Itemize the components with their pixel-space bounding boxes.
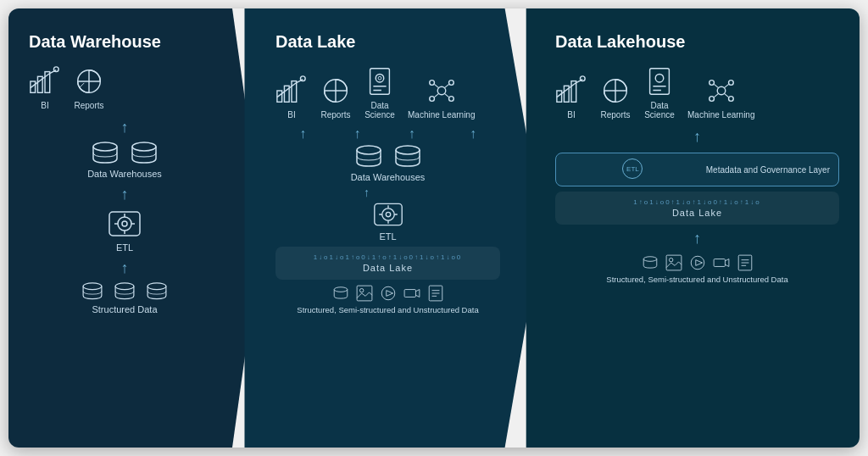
lake-storage: [275, 145, 500, 169]
lake-source-icons: [275, 285, 500, 302]
lake-ml-label: Machine Learning: [408, 110, 476, 120]
lakehouse-bi-icon: BI: [555, 75, 587, 120]
lake-bi-label: BI: [287, 110, 295, 120]
lake-source-label: Structured, Semi-structured and Unstruct…: [275, 305, 500, 314]
lake-top-icons: BI Reports: [275, 65, 500, 120]
warehouse-reports-label: Reports: [74, 101, 103, 110]
lake-etl-label: ETL: [370, 231, 407, 242]
svg-point-15: [83, 283, 102, 290]
svg-rect-79: [714, 259, 725, 267]
lake-lake-label: Data Lake: [281, 263, 495, 273]
lake-science-label: DataScience: [364, 101, 395, 120]
warehouse-bi-icon: BI: [29, 65, 61, 110]
svg-point-48: [359, 288, 363, 292]
lakehouse-science-icon: DataScience: [643, 65, 676, 120]
svg-point-30: [448, 81, 453, 86]
svg-line-33: [434, 84, 439, 88]
svg-point-76: [669, 258, 672, 261]
svg-point-14: [122, 221, 127, 226]
diagram-container: Data Warehouse BI: [8, 8, 860, 448]
lake-storage-label: Data Warehouses: [275, 172, 500, 182]
lakehouse-source-label: Structured, Semi-structured and Unstruct…: [555, 275, 839, 284]
svg-point-40: [381, 209, 393, 220]
lakehouse-arrow-1: ↑: [555, 128, 839, 146]
svg-point-45: [386, 212, 390, 216]
warehouse-panel: Data Warehouse BI: [8, 8, 263, 448]
lakehouse-panel: Data Lakehouse BI: [509, 8, 860, 448]
svg-line-72: [714, 93, 719, 97]
svg-line-71: [724, 84, 729, 88]
svg-point-7: [132, 142, 156, 151]
lake-etl-section: ↑ ETL: [275, 186, 500, 245]
warehouse-arrow-1: ↑: [29, 119, 220, 136]
warehouse-etl: ETL: [29, 207, 220, 256]
svg-point-32: [448, 97, 453, 102]
lakehouse-metadata-row: ETL Metadata and Governance Layer: [565, 158, 830, 181]
lakehouse-reports-label: Reports: [600, 110, 630, 120]
warehouse-arrow-2: ↑: [29, 186, 220, 203]
svg-line-73: [724, 93, 729, 97]
lakehouse-metadata-label: Metadata and Governance Layer: [706, 165, 830, 175]
svg-point-21: [300, 76, 305, 81]
svg-line-34: [444, 84, 449, 88]
lakehouse-science-label: DataScience: [644, 101, 675, 120]
svg-point-66: [709, 81, 715, 86]
warehouse-storage: [29, 142, 220, 165]
svg-point-37: [357, 146, 381, 154]
svg-point-67: [728, 81, 733, 86]
warehouse-top-icons: BI Reports: [29, 65, 220, 110]
warehouse-bi-label: BI: [41, 101, 48, 110]
svg-point-6: [93, 142, 117, 151]
lakehouse-source-icons: [555, 254, 839, 271]
lakehouse-top-icons: BI Reports: [555, 65, 839, 120]
lake-reports-icon: Reports: [320, 75, 352, 120]
lakehouse-reports-icon: Reports: [599, 75, 632, 120]
svg-point-29: [430, 81, 435, 86]
lake-wave: 1↓o1↓o1↑o0↓1↑o↑1↓o0↑1↓o↑1↓o0 Data Lake: [275, 247, 500, 280]
warehouse-source-label: Structured Data: [29, 304, 220, 314]
svg-line-36: [444, 93, 449, 97]
svg-line-5: [80, 83, 85, 88]
lakehouse-arrow-2: ↑: [555, 230, 839, 247]
svg-point-68: [709, 97, 715, 102]
lake-ml-icon: Machine Learning: [408, 75, 476, 120]
svg-line-35: [434, 93, 439, 97]
lakehouse-metadata-box: ETL Metadata and Governance Layer: [555, 153, 839, 186]
svg-marker-78: [695, 260, 702, 266]
warehouse-etl-label: ETL: [29, 242, 220, 253]
svg-point-38: [396, 146, 420, 154]
lake-arrows-top: ↑↑↑↑: [275, 126, 500, 142]
lakehouse-wave: 1↑o1↓o0↑1↓o↑1↓o0↑1↓o↑1↓o Data Lake: [555, 192, 839, 225]
lake-panel: Data Lake BI: [229, 8, 542, 448]
lakehouse-etl-mini-icon: ETL: [622, 158, 643, 179]
warehouse-arrow-3: ↑: [29, 259, 220, 277]
svg-point-24: [376, 74, 384, 82]
lake-science-icon: DataScience: [364, 65, 396, 120]
warehouse-storage-label: Data Warehouses: [29, 169, 220, 179]
lakehouse-ml-label: Machine Learning: [687, 110, 755, 120]
svg-rect-51: [404, 290, 415, 298]
svg-point-46: [334, 287, 348, 292]
svg-point-17: [147, 283, 166, 290]
svg-point-74: [643, 257, 657, 262]
svg-marker-50: [386, 291, 392, 297]
lake-reports-label: Reports: [320, 110, 350, 120]
warehouse-reports-icon: Reports: [73, 65, 105, 110]
svg-point-59: [580, 76, 585, 81]
lakehouse-lake-label: Data Lake: [560, 208, 834, 218]
svg-point-69: [728, 97, 733, 102]
svg-point-3: [53, 67, 58, 72]
svg-point-16: [115, 283, 134, 290]
svg-point-62: [655, 74, 664, 82]
lake-title: Data Lake: [275, 32, 500, 52]
svg-line-70: [714, 84, 719, 88]
lakehouse-title: Data Lakehouse: [555, 32, 839, 52]
svg-point-9: [118, 217, 131, 231]
lakehouse-ml-icon: Machine Learning: [687, 75, 755, 120]
svg-point-27: [378, 76, 381, 80]
warehouse-title: Data Warehouse: [29, 32, 220, 52]
warehouse-source: [29, 282, 220, 301]
svg-point-31: [430, 97, 435, 102]
lakehouse-bi-label: BI: [567, 110, 575, 120]
lake-bi-icon: BI: [275, 75, 308, 120]
